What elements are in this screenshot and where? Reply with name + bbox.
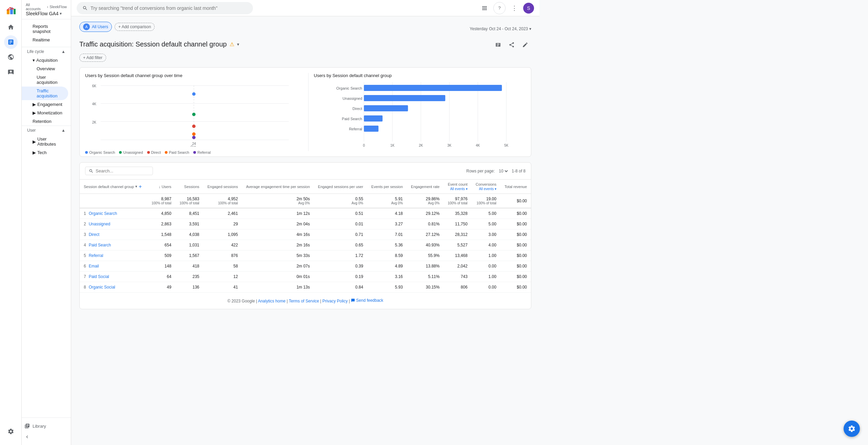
privacy-link[interactable]: Privacy Policy: [322, 299, 348, 303]
col-dimension-header[interactable]: Session default channel group ▾ +: [80, 180, 147, 194]
acquisition-section[interactable]: ▾ Acquisition: [22, 56, 68, 64]
library-nav[interactable]: Library: [24, 421, 68, 431]
home-nav-icon[interactable]: [4, 20, 18, 34]
svg-point-14: [192, 125, 196, 128]
svg-text:Unassigned: Unassigned: [342, 96, 362, 100]
pagination-label: 1-8 of 8: [512, 169, 526, 173]
table-search[interactable]: [85, 167, 153, 175]
svg-text:3K: 3K: [447, 144, 452, 147]
svg-text:Organic Search: Organic Search: [336, 86, 362, 90]
add-dimension-btn[interactable]: +: [139, 184, 142, 190]
table-row: 1Organic Search 4,850 8,451 2,461 1m 12s…: [80, 208, 531, 219]
monetization-chevron: ▶: [33, 110, 36, 115]
svg-text:2K: 2K: [419, 144, 423, 147]
add-filter-btn[interactable]: + Add filter: [79, 54, 106, 62]
property-dropdown[interactable]: ▾: [60, 11, 62, 16]
col-engaged-header[interactable]: Engaged sessions: [203, 180, 242, 194]
date-range[interactable]: Yesterday Oct 24 - Oct 24, 2023 ▾: [470, 26, 531, 31]
settings-fab-icon: [848, 425, 856, 433]
svg-text:Referral: Referral: [349, 127, 362, 131]
bar-chart-panel: Users by Session default channel group 0…: [308, 73, 526, 151]
acquisition-chevron: ▾: [33, 58, 35, 63]
user-acquisition-nav[interactable]: User acquisition: [22, 73, 68, 87]
table-row: 4Paid Search 654 1,031 422 2m 16s 0.65 5…: [80, 240, 531, 251]
svg-text:Direct: Direct: [352, 107, 362, 111]
warning-icon: ⚠: [230, 41, 234, 48]
traffic-acquisition-nav[interactable]: Traffic acquisition: [22, 87, 68, 100]
col-avg-engagement-header[interactable]: Average engagement time per session: [242, 180, 314, 194]
all-users-chip[interactable]: A All Users: [79, 22, 112, 32]
share-btn[interactable]: [506, 39, 518, 51]
table-search-input[interactable]: [96, 168, 146, 173]
user-attributes-nav[interactable]: ▶ User Attributes: [22, 135, 68, 148]
page-footer: © 2023 Google | Analytics home | Terms o…: [80, 293, 531, 309]
lifecycle-section[interactable]: Life cycle ▲: [22, 47, 71, 56]
svg-point-16: [192, 136, 196, 139]
svg-rect-32: [364, 85, 502, 91]
svg-text:1K: 1K: [390, 144, 395, 147]
title-dropdown[interactable]: ▾: [237, 42, 239, 47]
reports-nav-icon[interactable]: [4, 35, 18, 49]
svg-rect-2: [14, 9, 16, 14]
settings-icon-btn[interactable]: [4, 425, 18, 438]
page-title: Traffic acquisition: Session default cha…: [79, 40, 227, 48]
advertising-nav-icon[interactable]: [4, 65, 18, 79]
col-engagement-rate-header[interactable]: Engagement rate: [407, 180, 443, 194]
settings-fab[interactable]: [844, 421, 860, 437]
svg-point-13: [192, 113, 196, 116]
engagement-nav[interactable]: ▶ Engagement: [22, 100, 68, 109]
explore-nav-icon[interactable]: [4, 50, 18, 64]
svg-text:5K: 5K: [504, 144, 509, 147]
apps-btn[interactable]: [478, 2, 491, 14]
pencil-btn[interactable]: [519, 39, 531, 51]
bar-chart-title: Users by Session default channel group: [314, 73, 526, 78]
table-row: 3Direct 1,548 4,038 1,095 4m 16s 0.71 7.…: [80, 229, 531, 240]
svg-rect-38: [364, 115, 382, 122]
tech-chevron: ▶: [33, 150, 36, 155]
add-comparison-btn[interactable]: + Add comparison: [115, 23, 155, 31]
svg-point-15: [192, 132, 196, 136]
collapse-sidebar-btn[interactable]: [24, 431, 68, 442]
table-row: 2Unassigned 2,863 3,591 29 2m 04s 0.01 3…: [80, 219, 531, 229]
svg-text:0: 0: [363, 144, 365, 147]
col-event-count-header[interactable]: Event count All events ▾: [443, 180, 471, 194]
monetization-nav[interactable]: ▶ Monetization: [22, 109, 68, 117]
svg-text:Paid Search: Paid Search: [342, 117, 362, 121]
svg-text:Oct: Oct: [191, 145, 196, 147]
col-engaged-per-user-header[interactable]: Engaged sessions per user: [314, 180, 367, 194]
feedback-btn[interactable]: Send feedback: [351, 298, 383, 303]
acquisition-table: Session default channel group ▾ + ↓ User…: [80, 180, 531, 293]
overview-nav[interactable]: Overview: [22, 64, 68, 73]
col-sessions-header[interactable]: Sessions: [175, 180, 203, 194]
user-chevron: ▲: [61, 128, 65, 133]
rows-per-page-select[interactable]: 10 25 50: [497, 168, 509, 174]
breadcrumb: All accounts › SleekFlow: [26, 3, 67, 11]
svg-text:6K: 6K: [92, 84, 97, 88]
terms-link[interactable]: Terms of Service: [289, 299, 319, 303]
tech-nav[interactable]: ▶ Tech: [22, 148, 68, 157]
all-users-icon: A: [83, 23, 90, 30]
customize-report-btn[interactable]: [492, 39, 504, 51]
svg-rect-0: [7, 10, 9, 14]
help-btn[interactable]: ?: [493, 2, 506, 14]
svg-rect-40: [364, 126, 378, 132]
line-chart-title: Users by Session default channel group o…: [85, 73, 303, 78]
user-section[interactable]: User ▲: [22, 126, 71, 135]
user-avatar[interactable]: S: [523, 3, 534, 14]
table-total-row: 8,987 100% of total 16,583 100% of total…: [80, 194, 531, 208]
table-row: 5Referral 509 1,567 876 5m 33s 1.72 8.59…: [80, 251, 531, 261]
analytics-home-link[interactable]: Analytics home: [258, 299, 285, 303]
col-users-header[interactable]: ↓ Users: [147, 180, 175, 194]
line-chart: 6K 4K 2K: [85, 82, 303, 150]
search-input[interactable]: [91, 5, 247, 11]
col-revenue-header[interactable]: Total revenue: [500, 180, 531, 194]
col-conversions-header[interactable]: Conversions All events ▾: [472, 180, 500, 194]
retention-nav[interactable]: Retention: [22, 117, 68, 126]
search-bar[interactable]: [77, 2, 253, 14]
col-events-per-session-header[interactable]: Events per session: [367, 180, 407, 194]
reports-snapshot-nav[interactable]: Reports snapshot: [22, 22, 68, 36]
realtime-nav[interactable]: Realtime: [22, 36, 68, 44]
svg-point-12: [192, 92, 196, 96]
table-search-icon: [89, 169, 94, 173]
more-btn[interactable]: ⋮: [508, 2, 520, 14]
